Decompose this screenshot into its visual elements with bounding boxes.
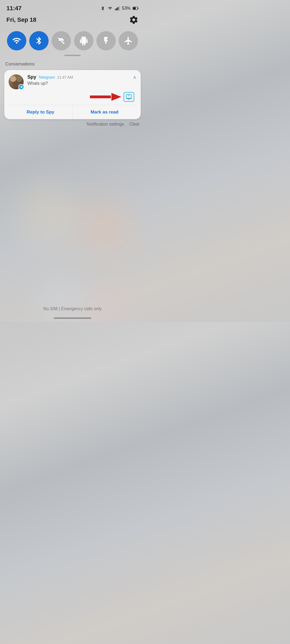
svg-rect-3 [119,6,119,10]
drag-handle [64,55,81,56]
bg-blob-3 [40,282,81,322]
bluetooth-toggle[interactable] [29,31,49,50]
battery-percent: 53% [122,6,130,11]
svg-rect-0 [115,9,116,10]
home-indicator[interactable] [54,317,91,319]
flashlight-toggle[interactable] [96,31,116,50]
svg-rect-8 [90,95,111,98]
notification-message: Whats up? [27,81,136,86]
mark-read-button[interactable]: Mark as read [73,105,137,119]
sender-name: Spy [27,74,36,80]
clear-button[interactable]: Clear [129,122,140,127]
notification-card: Spy Telegram 11:47 AM Whats up? ∧ [4,70,141,119]
quick-toggles [0,29,145,55]
svg-rect-2 [118,7,118,10]
avatar-container [9,74,24,89]
nfc-toggle[interactable] [52,31,71,50]
date-row: Fri, Sep 18 [0,14,145,29]
status-icons: 53% [100,6,139,11]
battery-icon [133,6,139,10]
status-time: 11:47 [6,5,21,12]
telegram-badge [18,84,24,90]
date-display: Fri, Sep 18 [6,16,36,23]
red-arrow [90,92,122,102]
collapse-icon[interactable]: ∧ [133,74,136,80]
bottom-status-text: No SIM | Emergency calls only [0,306,145,311]
settings-gear-icon[interactable] [129,15,139,25]
bg-blob-2 [81,201,129,250]
conversations-label: Conversations [0,61,145,70]
status-bar: 11:47 53% [0,0,145,14]
svg-rect-1 [116,8,117,10]
wifi-status-icon [107,6,113,10]
svg-rect-5 [138,8,139,9]
wifi-toggle[interactable] [7,31,26,50]
notification-settings-link[interactable]: Notification settings [87,122,124,127]
notification-header: Spy Telegram 11:47 AM Whats up? ∧ [9,74,136,89]
below-notification-row: Notification settings Clear [0,119,145,127]
notification-time: 11:47 AM [57,75,73,79]
bluetooth-status-icon [100,6,105,11]
notification-content: Spy Telegram 11:47 AM Whats up? [27,74,136,86]
svg-marker-9 [111,93,122,101]
expand-notification-button[interactable] [124,92,134,102]
app-name: Telegram [38,75,55,79]
svg-rect-6 [133,7,136,9]
reply-button[interactable]: Reply to Spy [9,105,73,119]
notification-controls: ∧ [133,74,136,80]
android-toggle[interactable] [74,31,93,50]
notification-actions: Reply to Spy Mark as read [9,105,136,119]
notification-title-row: Spy Telegram 11:47 AM [27,74,136,80]
bg-blob-1 [21,188,75,241]
signal-icon [115,6,120,11]
arrow-annotation [9,89,136,102]
airplane-toggle[interactable] [119,31,138,50]
